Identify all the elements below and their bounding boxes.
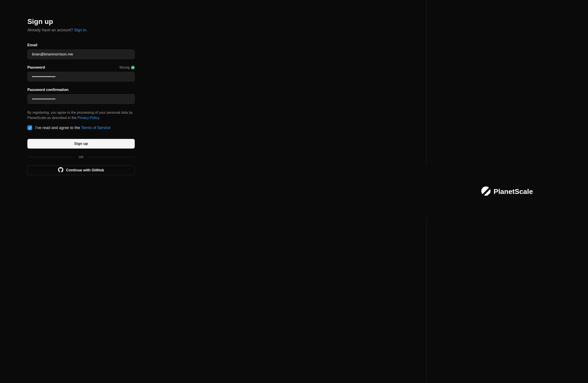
subtitle-suffix: . (86, 28, 87, 32)
terms-checkbox-row: I've read and agree to the Terms of Serv… (27, 125, 135, 130)
signup-button[interactable]: Sign up (27, 139, 135, 149)
logo: PlanetScale (481, 187, 533, 196)
consent-suffix: . (99, 116, 100, 120)
password-group: Password Strong (27, 65, 135, 82)
divider-line-right (88, 157, 135, 157)
planetscale-logo-icon (481, 187, 490, 196)
github-button-label: Continue with GitHub (66, 168, 104, 172)
brand-name: PlanetScale (494, 188, 533, 196)
password-strength: Strong (119, 65, 135, 69)
password-confirmation-input[interactable] (27, 94, 135, 104)
signup-form-panel: Sign up Already have an account? Sign in… (0, 0, 426, 383)
email-label-row: Email (27, 43, 135, 47)
terms-label: I've read and agree to the Terms of Serv… (35, 126, 110, 130)
email-label: Email (27, 43, 37, 47)
consent-text: By registering, you agree to the process… (27, 110, 135, 121)
page-title: Sign up (27, 18, 135, 26)
divider: OR (27, 155, 135, 159)
divider-text: OR (79, 155, 84, 159)
continue-with-github-button[interactable]: Continue with GitHub (27, 165, 135, 175)
terms-of-service-link[interactable]: Terms of Service (81, 126, 110, 130)
subtitle-prefix: Already have an account? (27, 28, 74, 32)
github-icon (58, 167, 63, 173)
form-container: Sign up Already have an account? Sign in… (27, 18, 135, 175)
password-confirmation-label: Password confirmation (27, 88, 69, 92)
divider-line-left (27, 157, 74, 157)
brand-panel: PlanetScale (426, 0, 588, 383)
email-group: Email (27, 43, 135, 59)
strength-text: Strong (119, 65, 130, 69)
password-input[interactable] (27, 72, 135, 82)
password-label: Password (27, 65, 45, 70)
password-confirmation-group: Password confirmation (27, 88, 135, 104)
check-circle-icon (131, 66, 135, 69)
terms-prefix: I've read and agree to the (35, 126, 81, 130)
terms-checkbox[interactable] (27, 125, 32, 130)
subtitle: Already have an account? Sign in. (27, 28, 135, 32)
email-input[interactable] (27, 49, 135, 59)
password-confirmation-label-row: Password confirmation (27, 88, 135, 92)
privacy-policy-link[interactable]: Privacy Policy (78, 116, 99, 120)
password-label-row: Password Strong (27, 65, 135, 70)
sign-in-link[interactable]: Sign in (74, 28, 86, 32)
